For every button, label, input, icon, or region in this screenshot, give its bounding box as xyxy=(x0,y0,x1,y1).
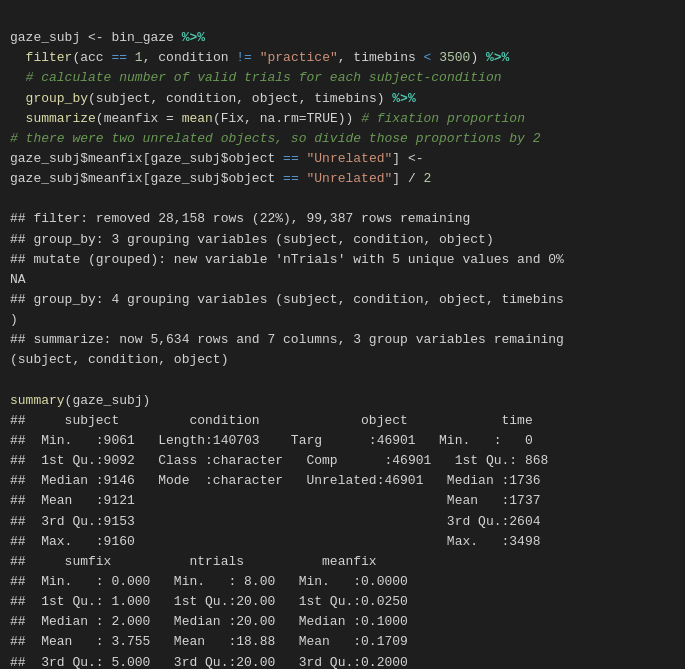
var-gaze: gaze_subj xyxy=(10,30,88,45)
code-editor: gaze_subj <- bin_gaze %>% filter(acc == … xyxy=(10,8,675,669)
